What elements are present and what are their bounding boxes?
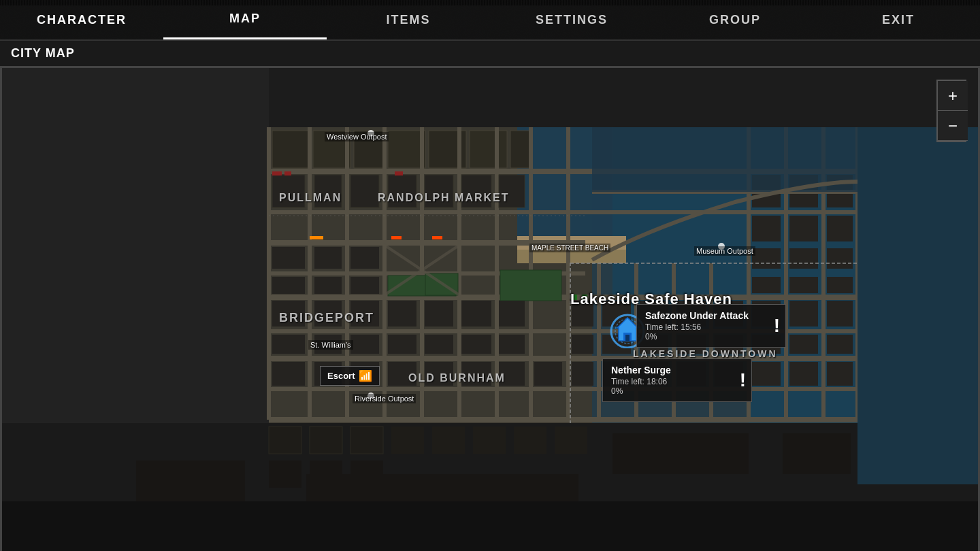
zoom-in-button[interactable]: +: [938, 81, 968, 111]
svg-rect-140: [612, 433, 749, 474]
event-safezone-title: Safezone Under Attack: [645, 310, 777, 321]
event-popup-safezone[interactable]: Safezone Under Attack Time left: 15:56 0…: [636, 304, 786, 348]
svg-rect-9: [272, 131, 310, 168]
svg-rect-86: [789, 301, 818, 327]
svg-rect-121: [572, 295, 577, 300]
svg-rect-47: [461, 175, 491, 207]
nav-map[interactable]: MAP: [163, 0, 327, 39]
svg-rect-62: [425, 301, 453, 327]
svg-rect-48: [499, 175, 525, 207]
svg-rect-46: [425, 175, 453, 207]
svg-rect-60: [350, 301, 379, 327]
svg-rect-127: [269, 427, 301, 454]
event-nether-time: Time left: 18:06: [611, 377, 743, 386]
svg-rect-110: [752, 248, 781, 269]
svg-rect-128: [310, 427, 342, 454]
svg-rect-88: [572, 335, 593, 354]
nav-character[interactable]: CHARACTER: [0, 0, 163, 39]
svg-rect-79: [534, 362, 562, 386]
event-nether-title: Nether Surge: [611, 365, 743, 375]
svg-rect-72: [272, 362, 305, 386]
svg-rect-107: [752, 216, 781, 241]
svg-rect-112: [827, 248, 853, 269]
svg-rect-129: [350, 427, 383, 454]
event-nether-exclaim: !: [740, 369, 746, 391]
event-popup-nether[interactable]: Nether Surge Time left: 18:06 0% !: [602, 358, 752, 402]
svg-rect-103: [827, 362, 853, 386]
event-nether-pct: 0%: [611, 386, 743, 396]
svg-rect-55: [272, 277, 305, 294]
svg-rect-43: [314, 175, 342, 207]
svg-rect-148: [391, 236, 402, 239]
svg-rect-135: [269, 461, 301, 488]
svg-rect-119: [284, 171, 291, 176]
city-map-title: CITY MAP: [0, 41, 980, 66]
svg-rect-149: [432, 236, 442, 239]
svg-rect-15: [510, 131, 531, 168]
svg-rect-155: [625, 335, 630, 341]
svg-rect-65: [272, 335, 305, 354]
svg-rect-114: [789, 277, 818, 293]
svg-rect-52: [272, 247, 305, 269]
svg-rect-143: [858, 127, 980, 484]
svg-rect-111: [789, 248, 818, 269]
svg-rect-71: [499, 335, 525, 354]
zoom-out-button[interactable]: −: [938, 111, 968, 141]
svg-rect-113: [752, 277, 781, 293]
svg-rect-118: [272, 171, 282, 176]
svg-rect-134: [555, 427, 587, 454]
svg-rect-95: [827, 335, 853, 354]
svg-rect-87: [827, 301, 853, 327]
svg-rect-42: [272, 175, 305, 207]
svg-rect-63: [461, 301, 491, 327]
svg-rect-12: [388, 131, 425, 168]
map-svg-area: [0, 66, 980, 551]
nav-items[interactable]: ITEMS: [327, 0, 490, 39]
svg-rect-96: [572, 362, 593, 386]
svg-rect-120: [395, 171, 403, 176]
nav-group[interactable]: GROUP: [653, 0, 817, 39]
event-safezone-time: Time left: 15:56: [645, 322, 777, 332]
svg-rect-56: [314, 277, 342, 294]
svg-rect-53: [314, 247, 342, 269]
svg-rect-45: [388, 175, 416, 207]
svg-rect-102: [789, 362, 818, 386]
svg-rect-10: [313, 131, 350, 168]
svg-rect-109: [827, 216, 853, 241]
svg-rect-69: [425, 335, 453, 354]
svg-rect-75: [388, 362, 416, 386]
svg-rect-64: [499, 301, 525, 327]
escort-wifi-icon: 📶: [359, 369, 372, 382]
svg-rect-142: [0, 501, 980, 551]
city-map[interactable]: PULLMAN RANDOLPH MARKET BRIDGEPORT OLD B…: [0, 66, 980, 551]
top-navigation: CHARACTER MAP ITEMS SETTINGS GROUP EXIT: [0, 0, 980, 41]
event-safezone-exclaim: !: [774, 315, 780, 337]
svg-rect-141: [783, 433, 851, 474]
svg-rect-44: [350, 175, 379, 207]
svg-rect-133: [514, 427, 546, 454]
svg-rect-132: [473, 427, 506, 454]
svg-rect-51: [500, 270, 561, 301]
svg-rect-78: [499, 362, 525, 386]
svg-rect-61: [388, 301, 416, 327]
nav-settings[interactable]: SETTINGS: [490, 0, 653, 39]
nav-exit[interactable]: EXIT: [817, 0, 980, 39]
svg-rect-131: [432, 427, 465, 454]
zoom-controls: + −: [936, 80, 966, 142]
svg-rect-70: [461, 335, 491, 354]
svg-rect-66: [314, 335, 342, 354]
svg-rect-67: [350, 335, 379, 354]
svg-rect-108: [789, 216, 818, 241]
svg-rect-68: [388, 335, 416, 354]
svg-rect-122: [582, 295, 587, 300]
svg-rect-115: [827, 277, 853, 293]
svg-rect-80: [572, 301, 593, 327]
svg-rect-54: [350, 247, 379, 269]
svg-rect-101: [752, 362, 781, 386]
svg-point-144: [368, 130, 374, 137]
svg-rect-77: [461, 362, 491, 386]
svg-rect-14: [470, 131, 507, 168]
escort-text: Escort: [327, 371, 355, 381]
svg-rect-59: [314, 301, 342, 327]
svg-rect-57: [350, 277, 379, 294]
